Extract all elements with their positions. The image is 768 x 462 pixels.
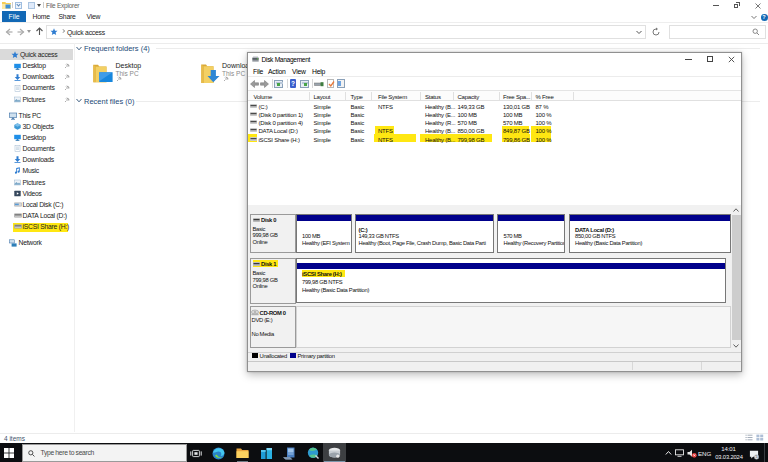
svg-text:5: 5 [756,455,758,459]
